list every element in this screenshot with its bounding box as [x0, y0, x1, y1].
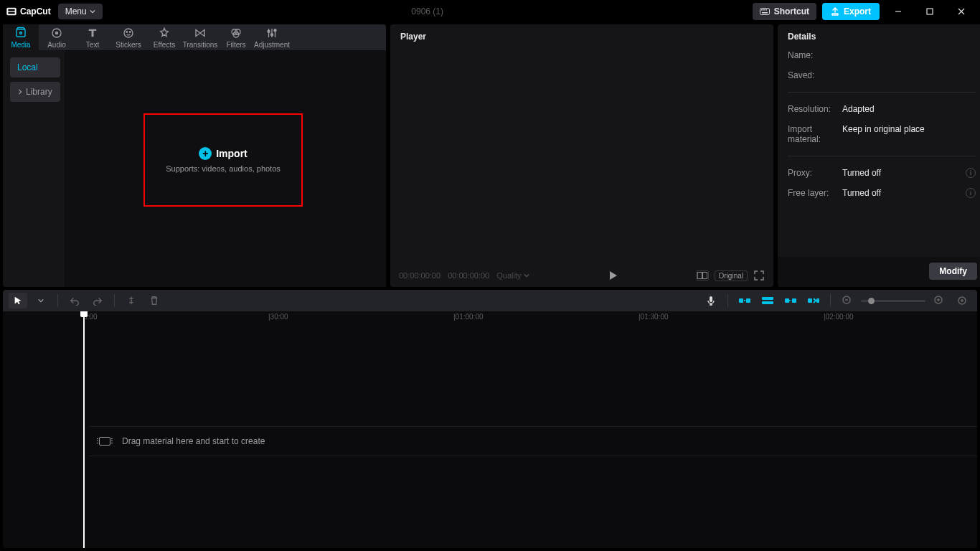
- track-toggle-1[interactable]: [735, 293, 754, 309]
- delete-button[interactable]: [145, 293, 164, 309]
- detail-label: Resolution:: [788, 104, 834, 114]
- tab-text[interactable]: Text: [75, 24, 110, 50]
- cursor-tool-button[interactable]: [9, 293, 27, 309]
- track-icon: [761, 296, 774, 305]
- svg-rect-22: [697, 273, 702, 279]
- detail-row-resolution: Resolution: Adapted: [788, 104, 976, 114]
- chevron-down-icon: [524, 273, 529, 278]
- sidebar-item-library[interactable]: Library: [10, 82, 60, 102]
- tab-audio[interactable]: Audio: [39, 24, 75, 50]
- ruler-tick: |01:30:00: [639, 313, 669, 321]
- svg-rect-27: [762, 297, 773, 300]
- svg-rect-26: [746, 298, 750, 303]
- tab-filters[interactable]: Filters: [218, 24, 254, 50]
- svg-rect-6: [765, 9, 767, 11]
- divider: [788, 156, 976, 156]
- divider: [788, 92, 976, 93]
- quality-selector[interactable]: Quality: [496, 271, 529, 280]
- timeline[interactable]: 0:00|30:00|01:00:00|01:30:00|02:00:00 Dr…: [3, 311, 977, 548]
- tab-label: Text: [86, 41, 99, 49]
- zoom-in-icon: [934, 296, 944, 306]
- filters-icon: [230, 27, 242, 39]
- titlebar-right: Shortcut Export: [753, 1, 974, 22]
- play-button[interactable]: [607, 270, 618, 281]
- fullscreen-icon[interactable]: [753, 270, 765, 281]
- tab-stickers[interactable]: Stickers: [110, 24, 146, 50]
- sidebar-item-label: Local: [17, 62, 38, 72]
- minimize-icon: [894, 7, 903, 16]
- time-current: 00:00:00:00: [399, 271, 440, 280]
- svg-point-19: [268, 30, 270, 32]
- detail-label: Proxy:: [788, 168, 834, 178]
- zoom-fit-button[interactable]: [953, 293, 971, 309]
- svg-rect-30: [792, 298, 796, 303]
- timeline-drop-area[interactable]: Drag material here and start to create: [89, 426, 977, 456]
- info-icon[interactable]: i: [966, 168, 976, 178]
- export-button[interactable]: Export: [822, 3, 880, 20]
- import-title: Import: [216, 148, 248, 159]
- info-icon[interactable]: i: [966, 188, 976, 198]
- transitions-icon: [194, 27, 207, 39]
- tab-effects[interactable]: Effects: [146, 24, 182, 50]
- shortcut-button[interactable]: Shortcut: [753, 3, 816, 20]
- svg-rect-32: [816, 298, 819, 303]
- modify-button[interactable]: Modify: [929, 263, 977, 280]
- tab-media[interactable]: Media: [3, 24, 39, 50]
- menu-button-label: Menu: [65, 6, 87, 17]
- track-icon: [807, 296, 820, 305]
- split-button[interactable]: [122, 293, 141, 309]
- playhead[interactable]: [83, 311, 85, 548]
- drop-text: Drag material here and start to create: [122, 436, 265, 446]
- track-toggle-2[interactable]: [758, 293, 777, 309]
- zoom-thumb[interactable]: [868, 298, 875, 304]
- record-voice-button[interactable]: [702, 293, 720, 309]
- window-maximize-button[interactable]: [917, 1, 943, 22]
- zoom-in-button[interactable]: [930, 293, 948, 309]
- ruler-tick: |01:00:00: [453, 313, 484, 321]
- import-dropzone[interactable]: + Import Supports: videos, audios, photo…: [143, 113, 303, 207]
- film-icon: [99, 437, 110, 446]
- sidebar-item-local[interactable]: Local: [10, 57, 60, 77]
- tab-transitions[interactable]: Transitions: [182, 24, 218, 50]
- track-toggle-3[interactable]: [781, 293, 800, 309]
- ratio-compare-icon[interactable]: [696, 270, 709, 281]
- tab-label: Transitions: [183, 41, 218, 49]
- tab-label: Media: [11, 41, 30, 49]
- details-body: Name: Saved: Resolution: Adapted Import …: [778, 46, 980, 257]
- undo-button[interactable]: [65, 293, 84, 309]
- player-title: Player: [390, 24, 773, 46]
- menu-button[interactable]: Menu: [58, 4, 103, 19]
- media-tabs: Media Audio Text Stickers Effects Transi…: [3, 24, 386, 50]
- svg-point-20: [271, 33, 273, 35]
- detail-label: Saved:: [788, 70, 834, 80]
- svg-rect-3: [760, 9, 769, 15]
- media-icon: [14, 27, 27, 39]
- timeline-ruler[interactable]: 0:00|30:00|01:00:00|01:30:00|02:00:00: [3, 311, 977, 326]
- tab-label: Adjustment: [254, 41, 290, 49]
- tab-adjustment[interactable]: Adjustment: [254, 24, 290, 50]
- ruler-tick: |30:00: [268, 313, 288, 321]
- aspect-ratio-badge[interactable]: Original: [715, 270, 748, 281]
- redo-button[interactable]: [88, 293, 107, 309]
- sticker-icon: [122, 27, 135, 39]
- separator: [727, 294, 728, 307]
- zoom-slider[interactable]: [861, 300, 925, 302]
- window-minimize-button[interactable]: [885, 1, 911, 22]
- detail-value: Adapted: [842, 104, 976, 114]
- media-sidebar: Local Library: [3, 50, 65, 287]
- zoom-out-button[interactable]: [838, 293, 857, 309]
- window-close-button[interactable]: [948, 1, 974, 22]
- svg-point-14: [126, 31, 128, 32]
- chevron-down-icon: [38, 298, 44, 303]
- details-panel: Details Name: Saved: Resolution: Adapted…: [778, 24, 980, 287]
- trash-icon: [149, 296, 159, 306]
- project-title: 0906 (1): [103, 6, 753, 17]
- cursor-tool-dropdown[interactable]: [32, 293, 50, 309]
- track-toggle-4[interactable]: [804, 293, 823, 309]
- zoom-out-icon: [842, 296, 852, 306]
- undo-icon: [70, 296, 80, 306]
- svg-rect-28: [762, 301, 773, 304]
- svg-rect-29: [785, 298, 789, 303]
- svg-point-10: [20, 32, 22, 34]
- adjustment-icon: [265, 27, 278, 39]
